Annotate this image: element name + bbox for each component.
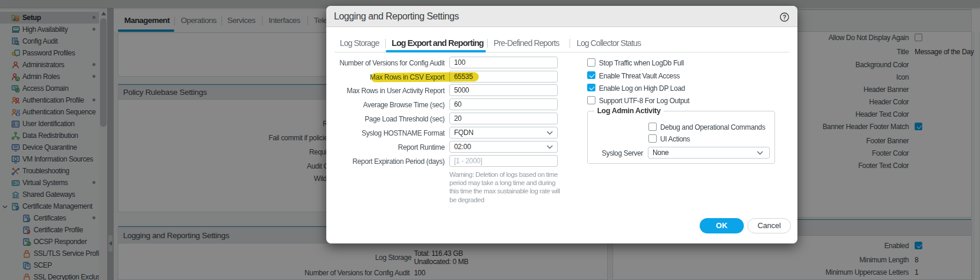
- svg-text:?: ?: [783, 14, 786, 21]
